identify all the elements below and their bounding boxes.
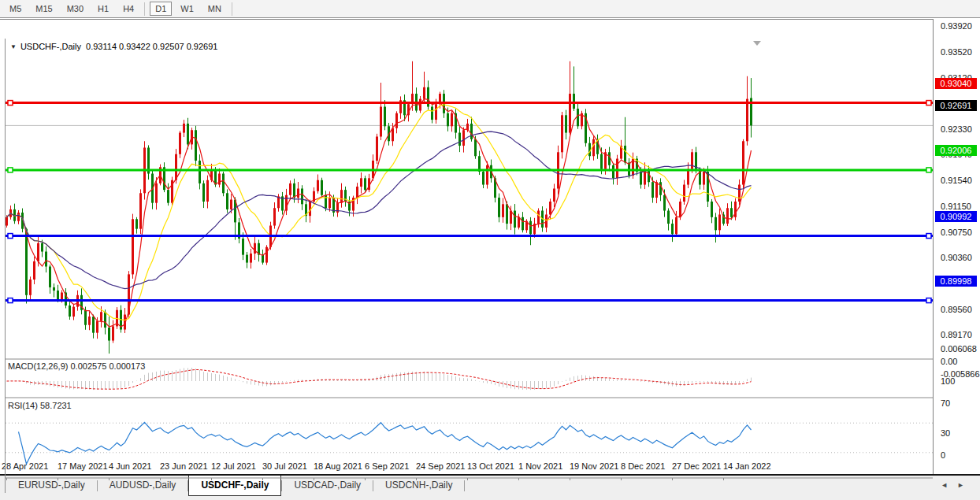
toolbar-separator xyxy=(232,2,232,16)
rsi-tick-label: 100 xyxy=(941,376,955,387)
rsi-tick-label: 30 xyxy=(941,428,950,439)
chart-symbol-label: USDCHF-,Daily xyxy=(20,42,81,51)
price-tick-label: 0.89170 xyxy=(941,329,972,340)
tabbar-arrows: ◄► xyxy=(941,481,974,489)
date-tick-label: 1 Nov 2021 xyxy=(518,461,562,471)
price-level-badge: 0.89998 xyxy=(935,276,977,287)
autoscroll-marker-icon xyxy=(753,41,761,46)
date-tick-label: 24 Sep 2021 xyxy=(416,461,465,471)
price-tick-label: 0.91150 xyxy=(941,201,971,212)
price-tick-label: 0.90360 xyxy=(941,252,972,263)
macd-pane xyxy=(7,368,752,390)
price-tick-label: 0.92330 xyxy=(941,124,972,135)
tabbar-scroll-left-icon[interactable]: ◄ xyxy=(941,481,957,489)
candles-layer xyxy=(6,61,752,354)
price-level-badge: 0.92006 xyxy=(935,145,977,156)
date-tick-label: 23 Jun 2021 xyxy=(160,461,208,471)
date-tick-label: 17 May 2021 xyxy=(58,461,108,471)
date-tick-label: 30 Jul 2021 xyxy=(262,461,307,471)
chart-title: ▼USDCHF-,Daily 0.93114 0.93422 0.92507 0… xyxy=(10,42,217,51)
date-tick-label: 4 Jun 2021 xyxy=(109,461,151,471)
price-level-badge: 0.90992 xyxy=(935,211,977,222)
current-price-badge: 0.92691 xyxy=(935,100,977,111)
rsi-value: 58.7231 xyxy=(40,401,72,410)
date-tick-label: 14 Jan 2022 xyxy=(723,461,771,471)
price-chart-canvas[interactable] xyxy=(6,39,933,493)
timeframe-button-m30[interactable]: M30 xyxy=(61,2,89,16)
timeframe-button-mn[interactable]: MN xyxy=(202,2,227,16)
macd-indicator-label: MACD(12,26,9) 0.002575 0.000173 xyxy=(8,361,145,371)
rsi-pane xyxy=(6,422,933,464)
timeframe-toolbar: M5M15M30H1H4D1W1MN xyxy=(0,0,980,18)
chart-left-border xyxy=(5,39,6,493)
date-tick-label: 8 Dec 2021 xyxy=(621,461,665,471)
chart-window: ▼USDCHF-,Daily 0.93114 0.93422 0.92507 0… xyxy=(0,19,980,474)
macd-values: 0.002575 0.000173 xyxy=(70,361,145,371)
timeframe-button-m5[interactable]: M5 xyxy=(4,2,27,16)
macd-signal-line xyxy=(7,370,752,390)
rsi-indicator-label: RSI(14) 58.7231 xyxy=(8,401,72,410)
timeframe-button-d1[interactable]: D1 xyxy=(150,2,172,16)
price-tick-label: 0.93920 xyxy=(941,20,972,31)
macd-tick-label: 0.006068 xyxy=(941,343,977,354)
rsi-tick-label: 0 xyxy=(941,450,945,461)
date-tick-label: 18 Aug 2021 xyxy=(314,461,362,471)
date-tick-label: 28 Apr 2021 xyxy=(2,461,48,471)
timeframe-button-h1[interactable]: H1 xyxy=(92,2,114,16)
timeframe-button-w1[interactable]: W1 xyxy=(175,2,199,16)
tabbar-scroll-right-icon[interactable]: ► xyxy=(957,481,974,489)
date-tick-label: 6 Sep 2021 xyxy=(365,461,409,471)
date-tick-label: 13 Oct 2021 xyxy=(467,461,514,471)
price-tick-label: 0.89560 xyxy=(941,304,972,315)
chart-ohlc-values: 0.93114 0.93422 0.92507 0.92691 xyxy=(86,42,217,51)
macd-tick-label: 0.00 xyxy=(941,356,957,367)
rsi-line xyxy=(19,422,752,464)
price-tick-label: 0.93520 xyxy=(941,46,972,57)
timeframe-button-m15[interactable]: M15 xyxy=(30,2,58,16)
rsi-tick-label: 70 xyxy=(941,398,950,409)
moving-average-lines xyxy=(7,99,752,328)
price-tick-label: 0.90750 xyxy=(941,227,972,238)
price-level-badge: 0.93040 xyxy=(935,78,977,89)
price-axis[interactable]: 0.939200.935200.931200.923300.919400.915… xyxy=(933,19,980,474)
date-tick-label: 27 Dec 2021 xyxy=(672,461,721,471)
date-tick-label: 19 Nov 2021 xyxy=(570,461,618,471)
terminal-window: M5M15M30H1H4D1W1MN ▼USDCHF-,Daily 0.9311… xyxy=(0,0,980,500)
chart-dropdown-icon[interactable]: ▼ xyxy=(10,43,17,50)
timeframe-button-h4[interactable]: H4 xyxy=(117,2,139,16)
toolbar-separator xyxy=(144,2,145,16)
price-tick-label: 0.91540 xyxy=(941,175,972,186)
date-tick-label: 12 Jul 2021 xyxy=(211,461,256,471)
